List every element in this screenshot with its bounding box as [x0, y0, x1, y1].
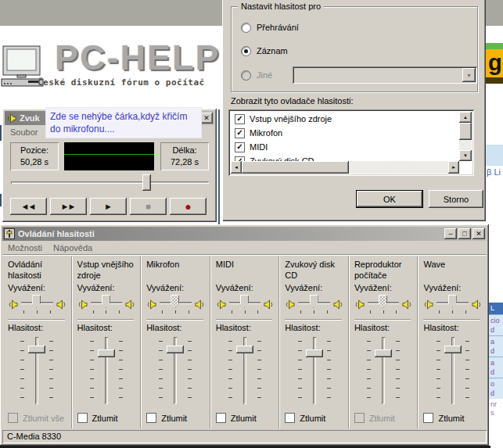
record-button[interactable]: ● — [170, 198, 207, 215]
balance-slider-thumb[interactable] — [32, 295, 41, 308]
mute-row[interactable]: Ztlumit — [354, 413, 413, 423]
minimize-button[interactable]: – — [444, 228, 457, 239]
mute-row[interactable]: Ztlumit — [216, 413, 275, 423]
radio-row[interactable]: Jiné — [241, 70, 272, 81]
volume-slider-thumb[interactable] — [444, 346, 462, 353]
status-bar: C-Media 8330 — [2, 430, 487, 443]
radio-record[interactable] — [241, 46, 251, 56]
radio-playback[interactable] — [241, 23, 251, 33]
play-button[interactable]: ► — [90, 198, 127, 215]
scroll-left-icon[interactable]: ◄ — [231, 161, 242, 174]
volume-slider[interactable] — [354, 335, 413, 407]
mute-checkbox[interactable] — [146, 413, 156, 423]
device-listbox: ✓ Vstup vnějšího zdroje ✓ Mikrofon ✓ MID… — [228, 109, 474, 176]
volume-control-titlebar[interactable]: Ovládání hlasitosti – □ ✕ — [2, 227, 487, 241]
seek-forward-button[interactable]: ►► — [50, 198, 87, 215]
balance-label: Vyvážení: — [354, 283, 413, 292]
page-link-fragment[interactable]: β Li — [487, 167, 501, 177]
mute-row[interactable]: Ztlumit — [77, 413, 136, 423]
radio-row[interactable]: Záznam — [241, 45, 288, 56]
volume-slider[interactable] — [146, 335, 205, 407]
mute-checkbox[interactable] — [77, 413, 88, 423]
stop-button[interactable]: ■ — [130, 198, 167, 215]
menu-soubor[interactable]: Soubor — [10, 127, 38, 137]
balance-slider-thumb[interactable] — [171, 295, 179, 308]
menu-moznosti[interactable]: Možnosti — [8, 243, 42, 253]
page-table-row: od — [489, 378, 503, 399]
balance-slider-thumb[interactable] — [240, 295, 249, 308]
checkbox-checked[interactable]: ✓ — [235, 142, 245, 152]
balance-slider[interactable] — [367, 295, 401, 314]
mute-label: Ztlumit — [438, 414, 464, 423]
volume-slider-thumb[interactable] — [375, 349, 392, 357]
volume-slider[interactable] — [285, 335, 343, 407]
ad-logo: g — [486, 43, 503, 84]
close-button[interactable]: ✕ — [472, 228, 485, 239]
volume-label: Hlasitost: — [77, 323, 136, 332]
scroll-right-icon[interactable]: ► — [448, 161, 459, 174]
ok-button[interactable]: OK — [356, 190, 423, 208]
checkbox-checked[interactable]: ✓ — [235, 128, 245, 138]
mute-checkbox[interactable] — [285, 413, 295, 423]
volume-ticks-right — [396, 341, 400, 400]
volume-label: Hlasitost: — [423, 323, 482, 332]
cancel-button[interactable]: Storno — [429, 190, 483, 208]
maximize-button[interactable]: □ — [458, 228, 471, 239]
mute-checkbox[interactable] — [216, 413, 226, 423]
seek-slider-thumb[interactable] — [142, 174, 151, 191]
mute-label: Ztlumit — [300, 414, 325, 423]
volume-slider[interactable] — [77, 335, 136, 407]
balance-slider-thumb[interactable] — [102, 295, 110, 308]
page-table-row: ad — [489, 357, 503, 378]
volume-slider-thumb[interactable] — [306, 349, 323, 357]
radio-row[interactable]: Přehrávání — [241, 22, 299, 33]
balance-slider-thumb[interactable] — [379, 295, 387, 308]
horizontal-scrollbar[interactable]: ◄ ► — [231, 161, 459, 174]
scroll-down-icon[interactable]: ▼ — [459, 150, 472, 161]
balance-slider[interactable] — [436, 295, 469, 314]
balance-label: Vyvážení: — [216, 283, 275, 292]
balance-slider-thumb[interactable] — [310, 295, 318, 308]
scrollbar-thumb[interactable] — [242, 161, 349, 174]
radio-other — [241, 70, 251, 81]
channel-divider — [77, 319, 135, 321]
seek-slider-track[interactable] — [11, 181, 209, 184]
speaker-left-icon — [8, 299, 18, 310]
mute-checkbox[interactable] — [8, 413, 18, 423]
mute-row[interactable]: Ztlumit vše — [8, 413, 66, 423]
volume-slider-thumb[interactable] — [236, 346, 253, 353]
volume-ticks-right — [327, 341, 331, 400]
mute-checkbox[interactable] — [354, 413, 365, 423]
seek-back-button[interactable]: ◄◄ — [10, 198, 47, 215]
list-item[interactable]: ✓ MIDI — [231, 140, 459, 154]
page-highlight-band — [486, 145, 503, 166]
scroll-up-icon[interactable]: ▲ — [459, 112, 472, 123]
checkbox-checked[interactable]: ✓ — [235, 114, 245, 124]
volume-slider[interactable] — [216, 335, 275, 407]
vertical-scrollbar[interactable]: ▲ ▼ — [459, 112, 472, 161]
volume-slider-thumb[interactable] — [98, 349, 115, 357]
balance-slider[interactable] — [228, 295, 262, 314]
mute-row[interactable]: Ztlumit — [146, 413, 205, 423]
balance-slider-thumb[interactable] — [448, 295, 457, 308]
speaker-right-icon — [125, 299, 135, 310]
balance-slider[interactable] — [159, 295, 192, 314]
list-item[interactable]: ✓ Vstup vnějšího zdroje — [231, 112, 459, 126]
mute-row[interactable]: Ztlumit — [285, 413, 343, 423]
annotation-line1: Zde se nehýbe čárka,když křičím — [50, 110, 197, 123]
volume-slider[interactable] — [8, 335, 66, 407]
volume-slider-thumb[interactable] — [167, 346, 184, 353]
menu-napoveda[interactable]: Nápověda — [53, 243, 92, 253]
list-item[interactable]: ✓ Mikrofon — [231, 126, 459, 140]
volume-slider-thumb[interactable] — [28, 346, 45, 353]
scrollbar-thumb[interactable] — [459, 123, 472, 140]
balance-slider[interactable] — [20, 295, 54, 314]
balance-slider[interactable] — [90, 295, 124, 314]
mute-row[interactable]: Ztlumit — [423, 413, 482, 423]
volume-slider[interactable] — [423, 335, 482, 407]
annotation-note: Zde se nehýbe čárka,když křičím do mikro… — [46, 108, 201, 138]
channel-divider — [285, 319, 342, 321]
mute-checkbox[interactable] — [423, 413, 433, 423]
close-button[interactable]: ✕ — [200, 113, 213, 124]
balance-slider[interactable] — [297, 295, 331, 314]
